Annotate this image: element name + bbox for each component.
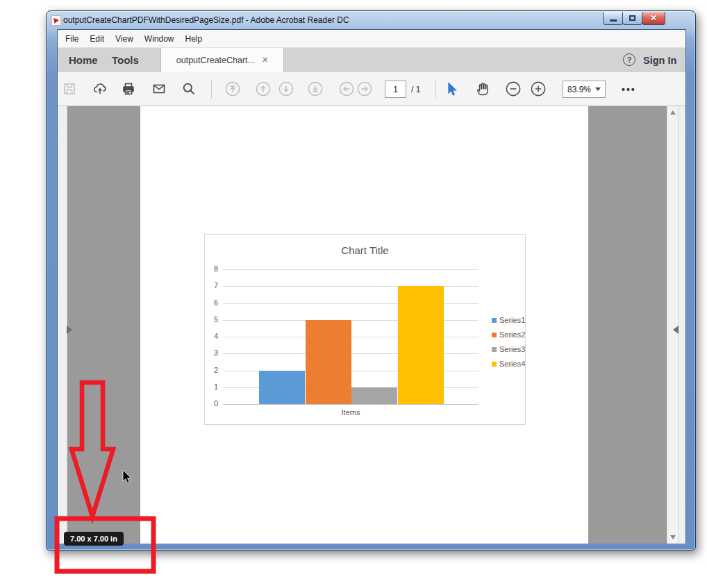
previous-view-icon — [339, 81, 354, 96]
menu-view[interactable]: View — [110, 30, 139, 47]
page-size-tooltip: 7.00 x 7.00 in — [64, 532, 124, 546]
y-axis-tick-label: 6 — [205, 299, 218, 307]
scroll-up-icon[interactable] — [670, 110, 676, 115]
bar-series2 — [306, 320, 351, 404]
page-number-input[interactable] — [385, 81, 406, 98]
legend-label: Series4 — [499, 360, 525, 368]
next-view-button[interactable] — [357, 81, 372, 96]
window-title: outputCreateChartPDFWithDesiredPageSize.… — [63, 15, 349, 25]
legend-item: Series4 — [492, 360, 525, 368]
tab-home[interactable]: Home — [65, 48, 102, 72]
menu-file[interactable]: File — [60, 30, 84, 47]
right-panel-rail[interactable] — [678, 106, 685, 544]
y-axis-tick-label: 3 — [205, 348, 218, 357]
legend-swatch — [492, 318, 497, 323]
legend-item: Series1 — [492, 316, 525, 324]
zoom-level-value: 83.9% — [567, 85, 591, 94]
save-button[interactable] — [62, 81, 77, 96]
vertical-scrollbar[interactable] — [667, 106, 678, 544]
legend-item: Series3 — [492, 345, 525, 353]
close-button[interactable]: ✕ — [642, 12, 665, 25]
acrobat-window: outputCreateChartPDFWithDesiredPageSize.… — [46, 10, 696, 551]
zoom-level-dropdown[interactable]: 83.9% — [563, 81, 606, 98]
page-count-label: / 1 — [411, 72, 420, 106]
bar-series4 — [398, 286, 444, 404]
first-page-icon — [225, 81, 240, 96]
legend-swatch — [492, 333, 497, 337]
print-icon — [121, 81, 136, 96]
scroll-down-icon[interactable] — [670, 535, 676, 539]
bar-series1 — [259, 371, 305, 405]
print-button[interactable] — [121, 81, 136, 96]
last-page-button[interactable] — [308, 81, 323, 96]
tab-close-icon[interactable]: ✕ — [262, 56, 268, 65]
maximize-icon — [629, 15, 635, 21]
expand-right-panel-icon[interactable] — [673, 326, 679, 334]
cloud-upload-icon — [92, 81, 108, 96]
legend-item: Series2 — [492, 330, 525, 339]
legend-swatch — [492, 347, 497, 352]
next-page-button[interactable] — [278, 81, 294, 96]
y-axis-tick-label: 7 — [205, 281, 218, 289]
y-axis-tick-label: 5 — [205, 315, 218, 324]
help-icon[interactable]: ? — [623, 53, 635, 66]
select-tool-icon — [447, 82, 458, 96]
expand-left-panel-icon[interactable] — [67, 326, 72, 334]
save-icon — [62, 81, 77, 96]
toolbar: / 1 — [58, 72, 685, 106]
search-button[interactable] — [181, 81, 197, 96]
chart-x-axis-label: Items — [223, 408, 479, 417]
y-axis-tick-label: 2 — [205, 366, 218, 374]
y-axis-tick-label: 1 — [205, 383, 218, 391]
tab-document[interactable]: outputCreateChart... ✕ — [160, 48, 284, 72]
document-pane: Chart Title Items 012345678Series1Series… — [58, 106, 685, 544]
toolbar-divider — [211, 80, 212, 99]
maximize-button[interactable] — [622, 12, 642, 25]
zoom-in-icon — [531, 81, 546, 96]
window-content: File Edit View Window Help Home Tools ou… — [57, 29, 686, 543]
hand-tool-button[interactable] — [475, 81, 490, 96]
minimize-icon — [610, 19, 617, 22]
menu-window[interactable]: Window — [139, 30, 180, 47]
menu-edit[interactable]: Edit — [84, 30, 110, 47]
more-tools-button[interactable]: ••• — [622, 72, 636, 106]
y-axis-tick-label: 4 — [205, 332, 218, 340]
left-panel-rail[interactable] — [58, 106, 67, 544]
legend-label: Series3 — [499, 345, 525, 353]
zoom-out-button[interactable] — [506, 81, 521, 96]
legend-swatch — [492, 362, 497, 367]
hand-tool-icon — [475, 81, 490, 96]
first-page-button[interactable] — [225, 81, 240, 96]
pdf-page: Chart Title Items 012345678Series1Series… — [140, 106, 588, 544]
y-axis-tick-label: 8 — [205, 264, 218, 273]
next-page-icon — [278, 81, 294, 96]
legend-label: Series1 — [499, 316, 525, 324]
select-tool-button[interactable] — [445, 81, 460, 96]
last-page-icon — [308, 81, 323, 96]
previous-page-icon — [256, 81, 271, 96]
tab-tools[interactable]: Tools — [108, 48, 143, 72]
zoom-in-button[interactable] — [531, 81, 546, 96]
chart-title: Chart Title — [205, 244, 525, 256]
tab-bar: Home Tools outputCreateChart... ✕ ? Sign… — [58, 48, 685, 72]
email-button[interactable] — [151, 81, 167, 96]
previous-page-button[interactable] — [256, 81, 271, 96]
menu-bar: File Edit View Window Help — [58, 30, 685, 48]
gridline — [223, 269, 479, 270]
minimize-button[interactable] — [603, 12, 623, 25]
chart: Chart Title Items 012345678Series1Series… — [204, 234, 526, 425]
window-controls: ✕ — [604, 12, 665, 25]
share-button[interactable] — [92, 81, 108, 96]
search-icon — [181, 81, 197, 96]
tab-document-label: outputCreateChart... — [176, 56, 255, 65]
toolbar-divider — [435, 80, 436, 99]
previous-view-button[interactable] — [339, 81, 354, 96]
screenshot-canvas: outputCreateChartPDFWithDesiredPageSize.… — [0, 0, 707, 588]
sign-in-button[interactable]: Sign In — [643, 48, 676, 72]
next-view-icon — [357, 81, 372, 96]
menu-help[interactable]: Help — [180, 30, 208, 47]
email-icon — [151, 81, 167, 96]
zoom-out-icon — [506, 81, 521, 96]
close-icon: ✕ — [650, 13, 657, 23]
title-bar[interactable]: outputCreateChartPDFWithDesiredPageSize.… — [47, 11, 695, 29]
